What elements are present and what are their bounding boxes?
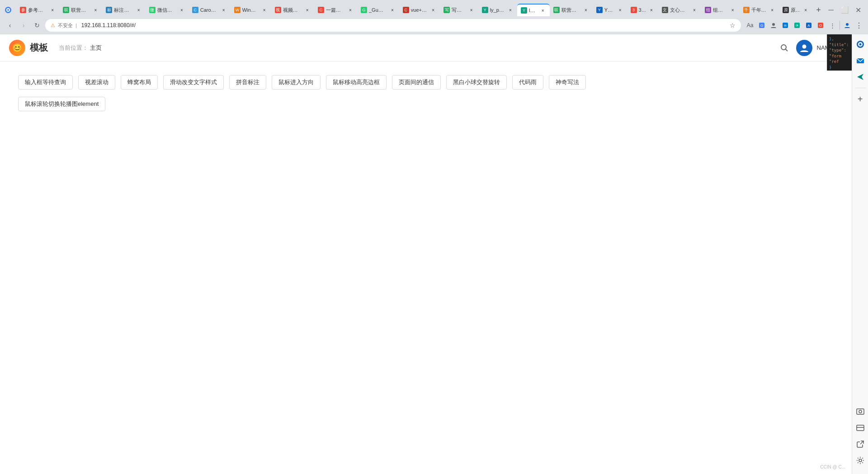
btn-input-wait[interactable]: 输入框等待查询 <box>18 75 73 90</box>
minimize-button[interactable]: ─ <box>825 4 837 16</box>
tab-favicon-t1: 参 <box>20 7 26 13</box>
tab-close-t17[interactable]: × <box>691 7 698 13</box>
close-button[interactable]: ✕ <box>852 4 864 16</box>
tab-close-t7[interactable]: × <box>304 7 311 13</box>
back-button[interactable]: ‹ <box>4 19 16 32</box>
ext-icon5[interactable]: O <box>815 20 826 31</box>
tab-t18[interactable]: 组 组合式 × <box>701 4 740 16</box>
tab-t14[interactable]: 联 联营平台 × <box>550 4 593 16</box>
tab-t20[interactable]: 原 原神 × <box>779 4 812 16</box>
tab-label-t10: vue+ele <box>411 7 427 13</box>
tab-favicon-t17: 文 <box>662 7 668 13</box>
tab-t12[interactable]: Y ly_platf × <box>478 4 517 16</box>
tab-close-t4[interactable]: × <box>179 7 185 13</box>
tab-bar: 参 参考文字 × 联 联营平台 × 标 标注主页 × 微 微信公众 × C Ca… <box>0 0 868 16</box>
tab-t5[interactable]: C Carouse × <box>189 4 231 16</box>
tab-close-t8[interactable]: × <box>347 7 354 13</box>
btn-parallax[interactable]: 视差滚动 <box>78 75 115 90</box>
btn-honeycomb[interactable]: 蜂窝布局 <box>121 75 158 90</box>
tab-label-t9: _GuGu_ <box>369 7 387 13</box>
tab-favicon-t3: 标 <box>106 7 112 13</box>
user-avatar <box>796 40 812 56</box>
url-bar[interactable]: ⚠ 不安全 | 192.168.1.118:8080/#/ ☆ <box>45 19 741 32</box>
tab-t15[interactable]: Y YON × <box>593 4 627 16</box>
ext-icon2[interactable]: ✉ <box>780 20 791 31</box>
side-icon-settings[interactable] <box>854 454 867 467</box>
tab-t17[interactable]: 文 文心一言 × <box>658 4 701 16</box>
tab-close-t14[interactable]: × <box>583 7 589 13</box>
tab-t16[interactable]: 3 3组 × <box>627 4 658 16</box>
translate-icon[interactable]: Aa <box>745 20 755 31</box>
btn-page-comm[interactable]: 页面间的通信 <box>392 75 441 90</box>
tab-close-t10[interactable]: × <box>430 7 436 13</box>
btn-slide-text[interactable]: 滑动改变文字样式 <box>163 75 224 90</box>
side-icon-screenshot[interactable] <box>854 405 867 418</box>
tab-label-t4: 微信公众 <box>157 7 176 14</box>
url-separator: | <box>75 23 77 28</box>
extensions-menu[interactable]: ⋮ <box>827 20 838 31</box>
tab-close-t11[interactable]: × <box>468 7 475 13</box>
tab-close-t19[interactable]: × <box>769 7 775 13</box>
tab-close-t15[interactable]: × <box>617 7 623 13</box>
tab-close-t1[interactable]: × <box>49 7 56 13</box>
tab-close-t16[interactable]: × <box>648 7 655 13</box>
tab-favicon-t7: 视 <box>275 7 281 13</box>
tab-t7[interactable]: 视 视频转发 × <box>271 4 314 16</box>
app-header: 😊 模板 当前位置： 主页 NAME ▼ <box>0 34 852 62</box>
profile-icon[interactable] <box>768 20 779 31</box>
browser-menu[interactable]: ⋮ <box>854 20 864 31</box>
tab-t3[interactable]: 标 标注主页 × <box>102 4 145 16</box>
side-icon-add[interactable]: + <box>854 93 867 105</box>
tab-label-t15: YON <box>604 7 614 13</box>
insecure-label: 不安全 <box>58 22 73 29</box>
tab-t13[interactable]: Y ly_s × <box>517 4 550 16</box>
side-icon-send[interactable] <box>854 71 867 83</box>
tab-t6[interactable]: W Windi C × <box>231 4 271 16</box>
tab-t19[interactable]: 千 千年2D × <box>740 4 779 16</box>
btn-ball-spin[interactable]: 黑白小球交替旋转 <box>446 75 507 90</box>
new-tab-button[interactable]: + <box>812 4 825 16</box>
btn-scroll-carousel[interactable]: 鼠标滚轮切换轮播图element <box>18 97 105 111</box>
side-icon-external[interactable] <box>854 438 867 450</box>
tab-close-t9[interactable]: × <box>389 7 396 13</box>
btn-pinyin[interactable]: 拼音标注 <box>229 75 266 90</box>
btn-mouse-dir[interactable]: 鼠标进入方向 <box>272 75 321 90</box>
tab-t9[interactable]: G _GuGu_ × <box>357 4 399 16</box>
side-panel-bottom <box>854 405 867 470</box>
tab-close-t5[interactable]: × <box>221 7 227 13</box>
side-icon-layout[interactable] <box>854 422 867 434</box>
reload-button[interactable]: ↻ <box>31 19 43 32</box>
tab-close-t20[interactable]: × <box>802 7 809 13</box>
btn-code-rain[interactable]: 代码雨 <box>512 75 543 90</box>
ext-icon1[interactable]: G <box>756 20 767 31</box>
star-icon[interactable]: ☆ <box>730 22 736 29</box>
tab-t11[interactable]: 写 写文章 × <box>440 4 478 16</box>
tab-favicon-t13: Y <box>521 7 527 14</box>
restore-button[interactable]: ⬜ <box>838 4 851 16</box>
tab-close-t2[interactable]: × <box>92 7 99 13</box>
tab-t8[interactable]: C 一篇完整 × <box>314 4 357 16</box>
logo-icon: 😊 <box>12 43 22 53</box>
tab-t1[interactable]: 参 参考文字 × <box>16 4 59 16</box>
side-icon-mail[interactable] <box>854 54 867 67</box>
side-icon-browser[interactable] <box>854 38 867 51</box>
browser-icon <box>2 4 14 16</box>
tab-close-t6[interactable]: × <box>261 7 268 13</box>
header-search-button[interactable] <box>777 41 792 55</box>
breadcrumb-label: 当前位置： <box>59 44 88 52</box>
tab-t2[interactable]: 联 联营平台 × <box>59 4 102 16</box>
tab-label-t8: 一篇完整 <box>326 7 344 14</box>
tab-close-t3[interactable]: × <box>136 7 142 13</box>
ext-icon3[interactable]: ✈ <box>792 20 802 31</box>
tab-favicon-t16: 3 <box>631 7 637 13</box>
tab-close-t13[interactable]: × <box>540 7 546 14</box>
forward-button[interactable]: › <box>17 19 30 32</box>
btn-magic-write[interactable]: 神奇写法 <box>549 75 586 90</box>
ext-icon4[interactable]: A <box>803 20 814 31</box>
tab-close-t18[interactable]: × <box>730 7 736 13</box>
btn-mouse-glow[interactable]: 鼠标移动高亮边框 <box>326 75 387 90</box>
tab-t4[interactable]: 微 微信公众 × <box>146 4 189 16</box>
tab-close-t12[interactable]: × <box>507 7 514 13</box>
tab-t10[interactable]: C vue+ele × <box>399 4 440 16</box>
user-profile-btn[interactable] <box>842 20 853 31</box>
